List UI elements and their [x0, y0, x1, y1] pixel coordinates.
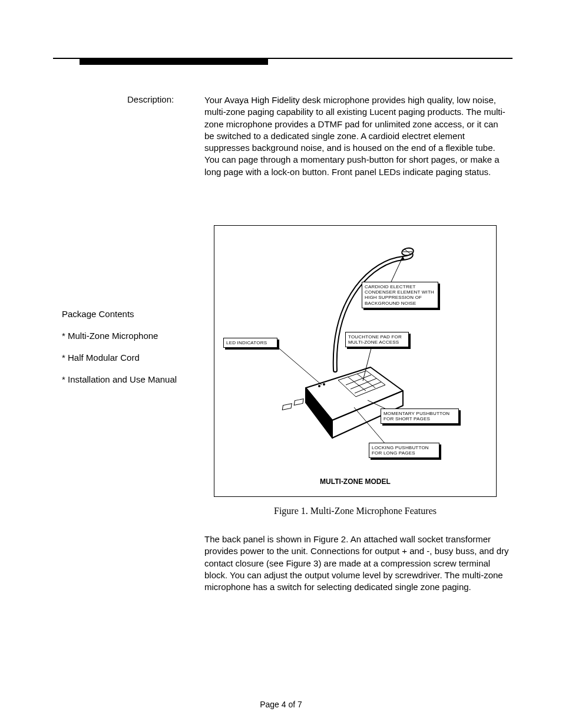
- package-contents-heading: Package Contents: [62, 309, 134, 319]
- figure-caption-prefix: Figure 1.: [274, 506, 308, 516]
- package-item: * Installation and Use Manual: [62, 374, 177, 384]
- svg-point-9: [323, 383, 325, 386]
- callout-momentary: MOMENTARY PUSHBUTTON FOR SHORT PAGES: [381, 409, 459, 424]
- paragraph-2: The back panel is shown in Figure 2. An …: [204, 533, 511, 593]
- svg-rect-11: [282, 404, 292, 410]
- svg-point-8: [318, 385, 320, 387]
- horizontal-rule-thick: [80, 59, 268, 65]
- callout-locking: LOCKING PUSHBUTTON FOR LONG PAGES: [369, 443, 439, 458]
- figure-model-label: MULTI-ZONE MODEL: [214, 477, 496, 486]
- callout-led: LED INDICATORS: [223, 338, 277, 348]
- figure-caption-text: Multi-Zone Microphone Features: [308, 506, 437, 516]
- description-body: Your Avaya High Fidelity desk microphone…: [204, 94, 508, 178]
- figure-caption: Figure 1. Multi-Zone Microphone Features: [214, 506, 497, 516]
- figure-1: CARDIOID ELECTRET CONDENSER ELEMENT WITH…: [214, 225, 497, 497]
- description-label: Description:: [127, 94, 174, 104]
- svg-rect-10: [294, 399, 303, 406]
- svg-line-14: [276, 346, 322, 385]
- package-item: * Half Modular Cord: [62, 353, 140, 363]
- page-footer: Page 4 of 7: [0, 700, 562, 709]
- package-item: * Multi-Zone Microphone: [62, 331, 158, 341]
- microphone-illustration: [214, 226, 497, 498]
- callout-cardioid: CARDIOID ELECTRET CONDENSER ELEMENT WITH…: [362, 282, 438, 308]
- callout-touchtone: TOUCHTONE PAD FOR MULTI-ZONE ACCESS: [345, 332, 409, 347]
